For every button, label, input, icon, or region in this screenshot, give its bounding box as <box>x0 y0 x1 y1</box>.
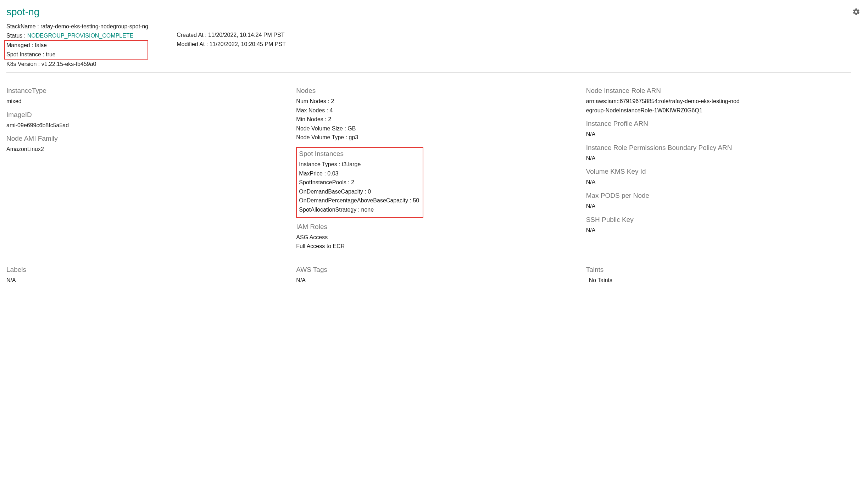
aws-tags-value: N/A <box>296 276 572 285</box>
managed: Managed : false <box>6 41 146 50</box>
on-demand-percentage: OnDemandPercentageAboveBaseCapacity : 50 <box>299 196 419 205</box>
modified-at: Modified At : 11/20/2022, 10:20:45 PM PS… <box>177 40 286 49</box>
stack-name-value: rafay-demo-eks-testing-nodegroup-spot-ng <box>40 23 148 29</box>
node-role-arn-title: Node Instance Role ARN <box>586 87 862 95</box>
min-nodes: Min Nodes : 2 <box>296 115 572 124</box>
modified-at-value: 11/20/2022, 10:20:45 PM PST <box>210 41 286 47</box>
managed-spot-highlight: Managed : false Spot Instance : true <box>4 40 148 60</box>
node-volume-type: Node Volume Type : gp3 <box>296 133 572 142</box>
labels-section: Labels N/A <box>6 261 282 285</box>
spot-instance-pools: SpotInstancePools : 2 <box>299 178 419 187</box>
k8s-version-label: K8s Version : <box>6 61 40 67</box>
spot-instance-value: true <box>46 51 56 57</box>
on-demand-base-capacity: OnDemandBaseCapacity : 0 <box>299 187 419 196</box>
instance-profile-arn-value: N/A <box>586 130 862 139</box>
max-nodes: Max Nodes : 4 <box>296 106 572 115</box>
image-id-title: ImageID <box>6 111 282 119</box>
gear-icon[interactable] <box>851 6 862 19</box>
spot-instances-highlight: Spot Instances Instance Types : t3.large… <box>296 147 423 218</box>
k8s-version-value: v1.22.15-eks-fb459a0 <box>41 61 96 67</box>
managed-label: Managed : <box>6 42 33 48</box>
page-title: spot-ng <box>6 6 851 18</box>
ami-family-value: AmazonLinux2 <box>6 145 282 154</box>
spot-instance-types: Instance Types : t3.large <box>299 160 419 169</box>
modified-at-label: Modified At : <box>177 41 208 47</box>
col-arns: Node Instance Role ARN arn:aws:iam::6791… <box>586 82 862 251</box>
instance-type-title: InstanceType <box>6 87 282 95</box>
taints-value: No Taints <box>586 276 862 285</box>
ssh-key-value: N/A <box>586 226 862 235</box>
col-instance: InstanceType mixed ImageID ami-09e699c6b… <box>6 82 282 251</box>
max-pods-value: N/A <box>586 202 862 211</box>
instance-profile-arn-title: Instance Profile ARN <box>586 120 862 128</box>
aws-tags-title: AWS Tags <box>296 266 572 274</box>
spot-instance-label: Spot Instance : <box>6 51 44 57</box>
labels-value: N/A <box>6 276 282 285</box>
nodes-title: Nodes <box>296 87 572 95</box>
volume-kms-title: Volume KMS Key Id <box>586 168 862 175</box>
perm-boundary-arn-value: N/A <box>586 154 862 163</box>
created-at: Created At : 11/20/2022, 10:14:24 PM PST <box>177 30 286 40</box>
labels-title: Labels <box>6 266 282 274</box>
spot-allocation-strategy: SpotAllocationStrategy : none <box>299 205 419 214</box>
max-pods-title: Max PODS per Node <box>586 192 862 200</box>
instance-type-value: mixed <box>6 97 282 106</box>
taints-title: Taints <box>586 266 862 274</box>
stack-name: StackName : rafay-demo-eks-testing-nodeg… <box>6 22 148 31</box>
node-volume-size: Node Volume Size : GB <box>296 124 572 133</box>
spot-instances-title: Spot Instances <box>299 150 419 158</box>
ssh-key-title: SSH Public Key <box>586 216 862 224</box>
image-id-value: ami-09e699c6b8fc5a5ad <box>6 121 282 130</box>
volume-kms-value: N/A <box>586 178 862 187</box>
spot-max-price: MaxPrice : 0.03 <box>299 169 419 178</box>
iam-ecr-access: Full Access to ECR <box>296 242 572 251</box>
status: Status : NODEGROUP_PROVISION_COMPLETE <box>6 31 148 40</box>
meta-block: StackName : rafay-demo-eks-testing-nodeg… <box>6 22 851 73</box>
stack-name-label: StackName : <box>6 23 39 29</box>
num-nodes: Num Nodes : 2 <box>296 97 572 106</box>
created-at-label: Created At : <box>177 32 207 38</box>
iam-roles-title: IAM Roles <box>296 223 572 231</box>
iam-asg-access: ASG Access <box>296 233 572 242</box>
perm-boundary-arn-title: Instance Role Permissions Boundary Polic… <box>586 144 862 152</box>
created-at-value: 11/20/2022, 10:14:24 PM PST <box>208 32 284 38</box>
k8s-version: K8s Version : v1.22.15-eks-fb459a0 <box>6 60 148 69</box>
status-value: NODEGROUP_PROVISION_COMPLETE <box>27 33 134 39</box>
aws-tags-section: AWS Tags N/A <box>296 261 572 285</box>
col-nodes: Nodes Num Nodes : 2 Max Nodes : 4 Min No… <box>296 82 572 251</box>
spot-instance: Spot Instance : true <box>6 50 146 59</box>
taints-section: Taints No Taints <box>586 261 862 285</box>
status-label: Status : <box>6 33 26 39</box>
ami-family-title: Node AMI Family <box>6 135 282 142</box>
managed-value: false <box>35 42 47 48</box>
node-role-arn-value: arn:aws:iam::679196758854:role/rafay-dem… <box>586 97 742 115</box>
